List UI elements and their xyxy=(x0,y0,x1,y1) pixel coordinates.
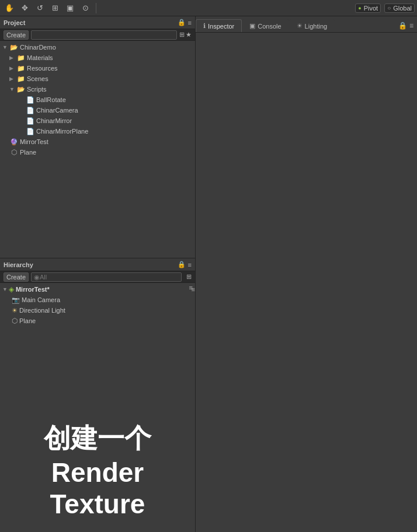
project-menu-icon[interactable]: ≡ xyxy=(188,19,192,26)
tree-item-chinarMirror[interactable]: 📄 ChinarMirror xyxy=(0,116,195,126)
inspector-content xyxy=(196,33,417,532)
hierarchy-item-plane-hierarchy[interactable]: ⬡ Plane xyxy=(0,316,195,326)
global-group: ○ Global xyxy=(384,4,415,13)
hierarchy-search-bar: Create ⊞ xyxy=(0,271,195,283)
scripts-label: Scripts xyxy=(27,86,47,93)
mirrorTest-label: MirrorTest xyxy=(20,138,48,145)
project-panel-title: Project xyxy=(4,19,25,26)
scripts-folder-icon: 📂 xyxy=(16,85,26,93)
tree-item-scenes[interactable]: ▶ 📁 Scenes xyxy=(0,74,195,84)
chinarMirror-script-icon: 📄 xyxy=(26,117,35,125)
hierarchy-panel-header: Hierarchy 🔒 ≡ xyxy=(0,258,195,271)
ballRotate-script-icon: 📄 xyxy=(26,96,35,104)
right-panel: ℹ Inspector ▣ Console ☀ Lighting 🔒 ≡ xyxy=(196,16,417,532)
project-file-tree: ▼ 📂 ChinarDemo ▶ 📁 Materials ▶ 📁 Resourc… xyxy=(0,41,195,258)
chinarCamera-label: ChinarCamera xyxy=(36,107,78,114)
materials-folder-icon: 📁 xyxy=(16,54,26,62)
tree-item-chinarDemo[interactable]: ▼ 📂 ChinarDemo xyxy=(0,42,195,52)
scenes-arrow: ▶ xyxy=(9,76,16,82)
rotate-tool-icon[interactable]: ↺ xyxy=(33,2,47,15)
materials-label: Materials xyxy=(27,54,53,61)
tabs-bar: ℹ Inspector ▣ Console ☀ Lighting 🔒 ≡ xyxy=(196,16,417,33)
tab-inspector[interactable]: ℹ Inspector xyxy=(196,19,242,32)
project-create-button[interactable]: Create xyxy=(4,30,29,40)
hierarchy-top-menu-icon[interactable]: ≡ xyxy=(189,284,193,291)
hierarchy-search-input[interactable] xyxy=(31,272,182,282)
tab-right-icons: 🔒 ≡ xyxy=(398,22,417,32)
toolbar-separator xyxy=(96,3,96,13)
directionalLight-light-icon: ☀ xyxy=(12,307,18,314)
inspector-tab-icon: ℹ xyxy=(203,22,206,30)
scenes-label: Scenes xyxy=(27,75,48,82)
transform-tool-icon[interactable]: ⊙ xyxy=(78,2,92,15)
hierarchy-panel: Hierarchy 🔒 ≡ Create ⊞ ≡ ▼ xyxy=(0,258,195,532)
global-label[interactable]: Global xyxy=(393,5,412,12)
project-search-bar: Create ⊞ ★ xyxy=(0,29,195,41)
hierarchy-item-mainCamera[interactable]: 📷 Main Camera xyxy=(0,295,195,305)
hierarchy-lock-icon[interactable]: 🔒 xyxy=(178,261,186,268)
project-star-icon[interactable]: ★ xyxy=(186,31,192,38)
mirrorTestScene-unity-icon: ◈ xyxy=(9,285,14,293)
project-search-input[interactable] xyxy=(31,30,177,40)
ballRotate-label: BallRotate xyxy=(36,96,66,103)
hand-tool-icon[interactable]: ✋ xyxy=(2,2,16,15)
move-tool-icon[interactable]: ✥ xyxy=(18,2,32,15)
chinarMirror-label: ChinarMirror xyxy=(36,117,72,124)
tree-item-scripts[interactable]: ▼ 📂 Scripts xyxy=(0,84,195,94)
tree-item-mirrorTest[interactable]: 🔮 MirrorTest xyxy=(0,136,195,147)
tabs-lock-icon[interactable]: 🔒 xyxy=(398,22,407,30)
main-layout: Project 🔒 ≡ Create ⊞ ★ ▼ 📂 C xyxy=(0,16,417,532)
scale-tool-icon[interactable]: ⊞ xyxy=(48,2,62,15)
hierarchy-panel-header-right: 🔒 ≡ xyxy=(178,261,192,268)
project-filter-icon[interactable]: ⊞ xyxy=(179,31,185,38)
chinarDemo-folder-icon: 📂 xyxy=(9,43,19,51)
hierarchy-list: ▼ ◈ MirrorTest* ≡ 📷 Main Camera ☀ Direct… xyxy=(0,283,195,409)
main-toolbar: ✋ ✥ ↺ ⊞ ▣ ⊙ ● Pivot ○ Global xyxy=(0,0,417,16)
chinarDemo-label: ChinarDemo xyxy=(20,44,56,51)
global-circle-icon: ○ xyxy=(387,5,391,11)
tab-console[interactable]: ▣ Console xyxy=(242,19,289,32)
mirrorTest-scene-icon: 🔮 xyxy=(9,138,19,146)
left-panel: Project 🔒 ≡ Create ⊞ ★ ▼ 📂 C xyxy=(0,16,196,532)
tree-item-plane[interactable]: ⬡ Plane xyxy=(0,147,195,158)
lighting-tab-icon: ☀ xyxy=(297,22,303,30)
hierarchy-item-mirrorTestScene[interactable]: ▼ ◈ MirrorTest* ≡ xyxy=(0,284,195,295)
directionalLight-label: Directional Light xyxy=(19,307,65,314)
lighting-tab-label: Lighting xyxy=(305,23,328,30)
plane-mesh-icon: ⬡ xyxy=(9,148,19,156)
hierarchy-panel-title: Hierarchy xyxy=(4,261,33,268)
tabs-menu-icon[interactable]: ≡ xyxy=(409,22,413,30)
chinarMirrorPlane-script-icon: 📄 xyxy=(26,127,35,135)
hierarchy-item-directionalLight[interactable]: ☀ Directional Light xyxy=(0,305,195,316)
pivot-label[interactable]: Pivot xyxy=(364,5,378,12)
planeh-label: Plane xyxy=(19,317,36,324)
tree-item-materials[interactable]: ▶ 📁 Materials xyxy=(0,52,195,63)
plane-label: Plane xyxy=(20,149,36,156)
resources-arrow: ▶ xyxy=(9,65,16,71)
tree-item-ballRotate[interactable]: 📄 BallRotate xyxy=(0,94,195,105)
project-lock-icon[interactable]: 🔒 xyxy=(178,19,186,26)
project-panel-header-right: 🔒 ≡ xyxy=(178,19,192,26)
planeh-mesh-icon: ⬡ xyxy=(12,317,18,325)
mirrorTestScene-label: MirrorTest* xyxy=(16,286,50,293)
tree-item-chinarMirrorPlane[interactable]: 📄 ChinarMirrorPlane xyxy=(0,126,195,136)
hierarchy-filter-icon[interactable]: ⊞ xyxy=(186,273,192,281)
chinarDemo-arrow: ▼ xyxy=(2,44,9,50)
hierarchy-top-icons: ≡ xyxy=(189,284,193,291)
mirrorTestScene-arrow-icon: ▼ xyxy=(2,286,8,292)
scripts-arrow: ▼ xyxy=(9,86,16,92)
console-tab-icon: ▣ xyxy=(249,22,255,30)
project-panel: Project 🔒 ≡ Create ⊞ ★ ▼ 📂 C xyxy=(0,16,195,258)
chinarMirrorPlane-label: ChinarMirrorPlane xyxy=(36,128,88,135)
console-tab-label: Console xyxy=(258,23,281,30)
hierarchy-menu-icon[interactable]: ≡ xyxy=(188,261,192,268)
resources-folder-icon: 📁 xyxy=(16,64,26,72)
rect-tool-icon[interactable]: ▣ xyxy=(63,2,77,15)
tree-item-resources[interactable]: ▶ 📁 Resources xyxy=(0,63,195,74)
pivot-dot-icon: ● xyxy=(358,5,361,11)
tree-item-chinarCamera[interactable]: 📄 ChinarCamera xyxy=(0,105,195,116)
resources-label: Resources xyxy=(27,65,58,72)
materials-arrow: ▶ xyxy=(9,55,16,61)
tab-lighting[interactable]: ☀ Lighting xyxy=(289,19,335,32)
hierarchy-create-button[interactable]: Create xyxy=(4,272,29,282)
